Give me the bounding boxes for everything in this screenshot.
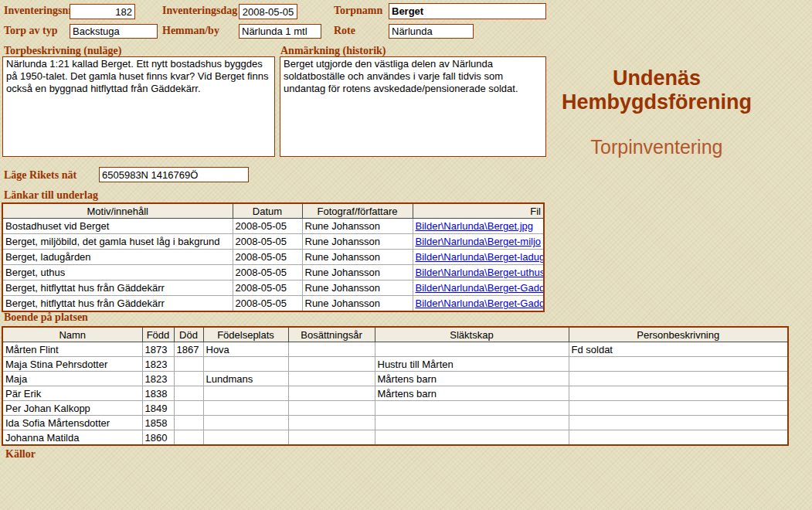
column-header: Personbeskrivning [569,327,788,342]
cell [569,416,788,430]
column-header: Namn [2,327,142,342]
cell: 1873 [142,342,174,357]
cell: 2008-05-05 [233,234,302,250]
inventeringsnr-input[interactable] [70,4,135,19]
cell: 1858 [142,416,174,430]
cell [174,430,203,446]
kallor-heading: Källor [5,448,36,461]
cell [203,357,288,372]
table-row: Maja Stina Pehrsdotter1823Hustru till Må… [2,357,788,372]
cell: Bostadhuset vid Berget [2,219,233,234]
cell: Hova [203,342,288,357]
cell: Mårtens barn [375,386,569,401]
file-link[interactable]: Bilder\Narlunda\Berget-miljo [416,236,542,247]
column-header: Fotograf/författare [302,203,413,219]
cell: Ida Sofia Mårtensdotter [2,416,142,430]
cell [288,416,375,430]
cell [569,386,788,401]
society-title-line2: Hembygdsförening [541,90,773,114]
torpbeskrivning-label: Torpbeskrivning (nuläge) [4,45,121,57]
file-cell: Bilder\Narlunda\Berget.jpg [413,219,544,234]
file-cell: Bilder\Narlunda\Berget-uthus [413,265,544,280]
cell: Lundmans [203,372,288,386]
file-link[interactable]: Bilder\Narlunda\Berget-ladug [416,251,545,263]
cell: Mårtens barn [375,372,569,386]
torpnamn-input[interactable] [389,3,546,19]
table-row: Maja1823LundmansMårtens barn [2,372,788,386]
rote-input[interactable] [389,24,474,39]
column-header: Född [142,327,174,342]
cell: Berget, ladugården [2,250,233,265]
cell [203,401,288,416]
society-title-line1: Undenäs [541,66,773,90]
cell [569,357,788,372]
cell: 2008-05-05 [233,280,302,296]
cell: Berget, miljöbild, det gamla huset låg i… [2,234,233,250]
cell [288,372,375,386]
table-row: Pär Erik1838Mårtens barn [2,386,788,401]
table-row: Berget, hitflyttat hus från Gäddekärr200… [2,280,544,296]
file-link[interactable]: Bilder\Narlunda\Berget.jpg [416,220,533,232]
table-row: Bostadhuset vid Berget2008-05-05Rune Joh… [2,219,544,234]
file-link[interactable]: Bilder\Narlunda\Berget-Gadd [416,282,545,294]
cell: Berget, hitflyttat hus från Gäddekärr [2,296,233,312]
residents-header-row: NamnFöddDödFödelseplatsBosättningsårSläk… [2,327,788,342]
links-table: Motiv/innehållDatumFotograf/författareFi… [2,202,545,312]
cell [174,401,203,416]
cell: Maja [2,372,142,386]
column-header: Bosättningsår [288,327,375,342]
title-block: Undenäs Hembygdsförening Torpinventering [541,66,773,158]
cell: Hustru till Mårten [375,357,569,372]
torp-av-typ-input[interactable] [70,24,158,39]
torp-av-typ-label: Torp av typ [4,25,58,37]
cell [203,386,288,401]
file-cell: Bilder\Narlunda\Berget-Gadd [413,296,544,312]
file-link[interactable]: Bilder\Narlunda\Berget-uthus [416,267,545,278]
anmarkning-textarea[interactable]: Berget utgjorde den västliga delen av Nä… [280,56,546,157]
cell [174,372,203,386]
cell: 1860 [142,430,174,446]
rote-label: Rote [334,25,355,37]
file-cell: Bilder\Narlunda\Berget-Gadd [413,280,544,296]
hemman-by-input[interactable] [239,24,321,39]
cell [203,416,288,430]
cell: Rune Johansson [302,250,413,265]
cell: 2008-05-05 [233,250,302,265]
cell [375,430,569,446]
cell [569,430,788,446]
torpbeskrivning-textarea[interactable]: Närlunda 1:21 kallad Berget. Ett nytt bo… [2,56,275,157]
cell: Rune Johansson [302,234,413,250]
cell [174,357,203,372]
column-header: Födelseplats [203,327,288,342]
inventeringsdag-input[interactable] [239,4,297,19]
inventeringsnr-label: Inventeringsnr [4,5,73,17]
table-row: Berget, hitflyttat hus från Gäddekärr200… [2,296,544,312]
lankar-heading: Länkar till underlag [4,189,98,202]
hemman-by-label: Hemman/by [162,25,219,37]
cell [288,342,375,357]
file-link[interactable]: Bilder\Narlunda\Berget-Gadd [416,298,545,309]
column-header: Död [174,327,203,342]
file-cell: Bilder\Narlunda\Berget-miljo [413,234,544,250]
lage-rikets-nat-input[interactable] [99,167,249,182]
cell: 2008-05-05 [233,219,302,234]
cell: Mårten Flint [2,342,142,357]
cell: Rune Johansson [302,280,413,296]
table-row: Berget, miljöbild, det gamla huset låg i… [2,234,544,250]
cell [569,401,788,416]
cell [288,401,375,416]
cell [174,386,203,401]
cell: 1867 [174,342,203,357]
column-header: Motiv/innehåll [2,203,233,219]
cell [375,416,569,430]
cell: Per Johan Kalkopp [2,401,142,416]
cell: 2008-05-05 [233,296,302,312]
page-subtitle: Torpinventering [541,136,773,158]
lage-rikets-nat-label: Läge Rikets nät [4,169,76,182]
table-row: Per Johan Kalkopp1849 [2,401,788,416]
table-row: Ida Sofia Mårtensdotter1858 [2,416,788,430]
cell: Pär Erik [2,386,142,401]
cell [569,372,788,386]
cell [288,430,375,446]
links-header-row: Motiv/innehållDatumFotograf/författareFi… [2,203,544,219]
